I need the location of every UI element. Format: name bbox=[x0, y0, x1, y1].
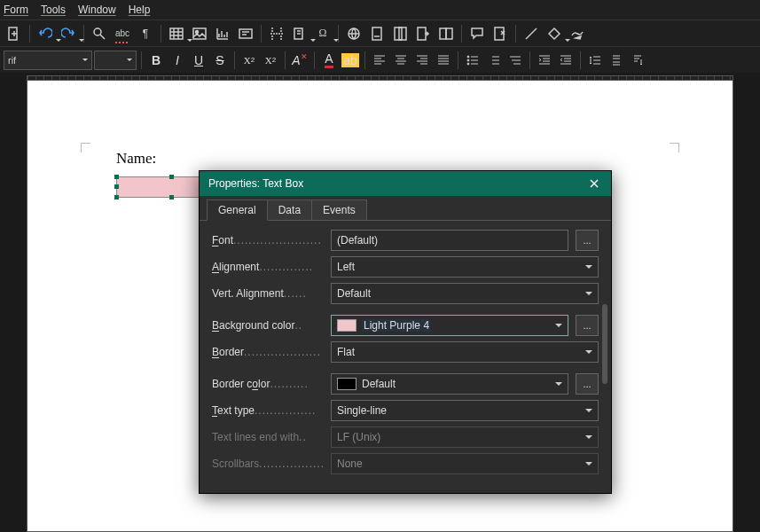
hyperlink-icon[interactable] bbox=[343, 23, 364, 44]
tab-general[interactable]: General bbox=[207, 200, 268, 221]
bookmark-icon[interactable] bbox=[389, 23, 411, 44]
increase-indent-button[interactable] bbox=[535, 51, 554, 70]
table-icon[interactable] bbox=[166, 23, 187, 44]
footnote-icon[interactable] bbox=[366, 23, 388, 44]
menu-form[interactable]: Form bbox=[4, 4, 28, 16]
menu-window[interactable]: Window bbox=[78, 4, 116, 16]
properties-dialog: Properties: Text Box General Data Events… bbox=[199, 170, 612, 494]
label-border: Border.................... bbox=[212, 346, 324, 358]
chart-icon[interactable] bbox=[212, 23, 233, 44]
sort-button[interactable] bbox=[628, 51, 647, 70]
image-icon[interactable] bbox=[189, 23, 210, 44]
line-icon[interactable] bbox=[521, 23, 542, 44]
align-left-button[interactable] bbox=[370, 51, 389, 70]
strike-button[interactable]: S bbox=[210, 51, 230, 70]
show-changes-icon[interactable] bbox=[490, 23, 511, 44]
border-color-name: Default bbox=[362, 378, 396, 390]
bordercolor-more-button[interactable]: ... bbox=[576, 373, 599, 395]
page-break-icon[interactable] bbox=[266, 23, 287, 44]
draw-icon[interactable] bbox=[567, 23, 588, 44]
label-alignment: Alignment.............. bbox=[212, 261, 324, 273]
properties-form: Font....................... (Default) ..… bbox=[200, 221, 611, 483]
dialog-scrollbar[interactable] bbox=[602, 304, 607, 384]
decrease-indent-button[interactable] bbox=[556, 51, 576, 70]
svg-point-1 bbox=[94, 28, 101, 35]
shapes-icon[interactable] bbox=[544, 23, 565, 44]
field-font[interactable]: (Default) bbox=[331, 230, 568, 251]
bg-color-swatch bbox=[337, 319, 356, 332]
redo-icon[interactable] bbox=[58, 23, 79, 44]
tab-bar: General Data Events bbox=[200, 196, 611, 221]
special-char-icon[interactable]: Ω bbox=[312, 23, 333, 44]
field-alignment[interactable]: Left bbox=[331, 256, 599, 278]
field-bg-color[interactable]: Light Purple 4 bbox=[331, 315, 568, 336]
svg-rect-9 bbox=[395, 27, 402, 40]
svg-point-17 bbox=[467, 63, 469, 65]
para-spacing-button[interactable] bbox=[607, 51, 626, 70]
underline-button[interactable]: U bbox=[189, 51, 208, 70]
italic-button[interactable]: I bbox=[168, 51, 187, 70]
svg-rect-5 bbox=[239, 29, 252, 38]
svg-point-16 bbox=[467, 59, 469, 61]
font-size-combo[interactable] bbox=[94, 51, 137, 70]
field-text-type[interactable]: Single-line bbox=[331, 400, 599, 421]
border-color-swatch bbox=[337, 378, 356, 390]
font-color-button[interactable]: A bbox=[319, 51, 339, 70]
label-scrollbars: Scrollbars................. bbox=[212, 458, 324, 470]
bg-color-name: Light Purple 4 bbox=[362, 319, 431, 332]
close-icon[interactable] bbox=[586, 176, 602, 192]
dialog-titlebar[interactable]: Properties: Text Box bbox=[200, 171, 611, 196]
superscript-button[interactable]: X2 bbox=[239, 51, 259, 70]
textbox-icon[interactable] bbox=[235, 23, 256, 44]
clear-format-button[interactable]: A✕ bbox=[290, 51, 309, 70]
font-name-combo[interactable]: rif bbox=[4, 51, 92, 70]
find-icon[interactable] bbox=[89, 23, 110, 44]
font-more-button[interactable]: ... bbox=[576, 230, 599, 251]
align-right-button[interactable] bbox=[412, 51, 432, 70]
field-border-color[interactable]: Default bbox=[331, 373, 568, 395]
undo-icon[interactable] bbox=[35, 23, 56, 44]
track-changes-icon[interactable] bbox=[435, 23, 457, 44]
label-bg-color: Background color.. bbox=[212, 319, 324, 332]
field-icon[interactable] bbox=[289, 23, 310, 44]
field-scrollbars: None bbox=[331, 453, 599, 474]
label-font: Font....................... bbox=[212, 234, 324, 246]
number-list-button[interactable] bbox=[484, 51, 504, 70]
field-line-end: LF (Unix) bbox=[331, 426, 599, 448]
label-line-end: Text lines end with.. bbox=[212, 431, 324, 443]
svg-rect-12 bbox=[440, 28, 446, 39]
menu-tools[interactable]: Tools bbox=[41, 4, 66, 16]
bold-button[interactable]: B bbox=[146, 51, 166, 70]
toolbar-main: abc ¶ Ω bbox=[0, 20, 760, 46]
bgcolor-more-button[interactable]: ... bbox=[576, 315, 599, 336]
field-vert-alignment[interactable]: Default bbox=[331, 283, 599, 304]
export-pdf-icon[interactable] bbox=[4, 23, 25, 44]
bullet-list-button[interactable] bbox=[463, 51, 482, 70]
svg-rect-8 bbox=[372, 27, 381, 40]
subscript-button[interactable]: X2 bbox=[261, 51, 280, 70]
highlight-button[interactable]: ab bbox=[341, 51, 360, 70]
label-name: Name: bbox=[116, 150, 156, 168]
align-justify-button[interactable] bbox=[434, 51, 453, 70]
label-vert-alignment: Vert. Alignment...... bbox=[212, 287, 324, 300]
svg-rect-10 bbox=[399, 27, 406, 40]
field-border[interactable]: Flat bbox=[331, 341, 599, 363]
comment-icon[interactable] bbox=[466, 23, 488, 44]
align-center-button[interactable] bbox=[391, 51, 411, 70]
line-spacing-button[interactable] bbox=[585, 51, 605, 70]
svg-rect-11 bbox=[418, 27, 426, 40]
cross-ref-icon[interactable] bbox=[412, 23, 434, 44]
menu-help[interactable]: Help bbox=[129, 4, 151, 16]
tab-events[interactable]: Events bbox=[311, 200, 367, 220]
pilcrow-icon[interactable]: ¶ bbox=[135, 23, 156, 44]
svg-rect-2 bbox=[170, 28, 183, 39]
label-border-color: Border color.......... bbox=[212, 378, 324, 390]
label-text-type: Text type................ bbox=[212, 404, 324, 417]
spellcheck-icon[interactable]: abc bbox=[112, 23, 133, 44]
svg-rect-13 bbox=[446, 28, 452, 39]
tab-data[interactable]: Data bbox=[267, 200, 312, 220]
svg-rect-3 bbox=[193, 28, 206, 39]
svg-point-15 bbox=[467, 56, 469, 58]
outline-button[interactable] bbox=[505, 51, 525, 70]
dialog-title-text: Properties: Text Box bbox=[208, 177, 303, 190]
